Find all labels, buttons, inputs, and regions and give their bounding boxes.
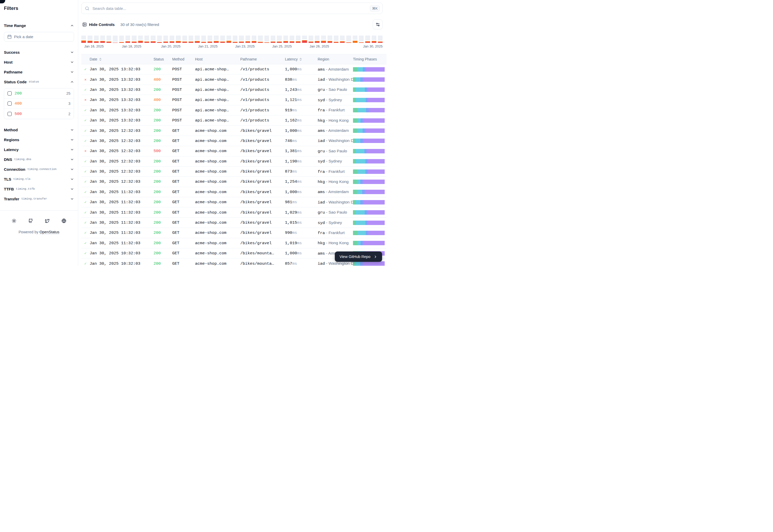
timeline-bar[interactable]	[346, 36, 351, 43]
timeline-bar[interactable]	[258, 36, 263, 43]
table-row[interactable]: ✓ Jan 30, 2025 12:32:03 200 GET acme-sho…	[81, 126, 386, 136]
timeline-bar[interactable]	[372, 36, 376, 43]
timeline-bar[interactable]	[252, 36, 256, 43]
sidebar-section-latency[interactable]: Latency	[4, 145, 74, 154]
table-row[interactable]: ✓ Jan 30, 2025 11:32:03 200 GET acme-sho…	[81, 187, 386, 197]
timeline-bar[interactable]	[157, 36, 162, 43]
sidebar-section-regions[interactable]: Regions	[4, 135, 74, 145]
table-row[interactable]: ✓ Jan 30, 2025 13:32:03 200 POST api.acm…	[81, 85, 386, 95]
cell-method: POST	[172, 87, 195, 92]
table-row[interactable]: ✕ Jan 30, 2025 12:32:03 500 GET acme-sho…	[81, 146, 386, 156]
timeline-bar[interactable]	[302, 36, 307, 43]
timeline-bar[interactable]	[87, 36, 92, 43]
timeline-bar[interactable]	[365, 36, 370, 43]
timeline-bar[interactable]	[321, 36, 326, 43]
timeline-bar[interactable]	[246, 36, 250, 43]
timeline-bars[interactable]	[81, 36, 383, 43]
search-input[interactable]	[92, 6, 367, 11]
sidebar-section-host[interactable]: Host	[4, 57, 74, 67]
status-filter-option-500[interactable]: 500 2	[4, 109, 74, 119]
timeline-bar[interactable]	[378, 36, 383, 43]
timeline-bar[interactable]	[271, 36, 275, 43]
timeline-bar[interactable]	[359, 36, 364, 43]
globe-icon[interactable]	[62, 219, 66, 223]
view-github-repo-button[interactable]: View GitHub Repo	[335, 251, 382, 262]
timeline-bar[interactable]	[106, 36, 111, 43]
timeline-bar[interactable]	[163, 36, 168, 43]
sidebar-section-pathname[interactable]: Pathname	[4, 67, 74, 77]
openstatus-link[interactable]: OpenStatus	[39, 230, 59, 234]
timeline-bar[interactable]	[125, 36, 130, 43]
timeline-bar[interactable]	[201, 36, 206, 43]
sidebar-section-success[interactable]: Success	[4, 47, 74, 57]
timeline-bar[interactable]	[208, 36, 212, 43]
date-picker-button[interactable]: Pick a date	[4, 32, 74, 42]
sidebar-section-status-code[interactable]: Status Code status	[4, 77, 74, 87]
timeline-bar[interactable]	[195, 36, 200, 43]
timeline-bar[interactable]	[309, 36, 313, 43]
table-row[interactable]: ✓ Jan 30, 2025 13:32:03 200 POST api.acm…	[81, 64, 386, 74]
table-row[interactable]: ✓ Jan 30, 2025 11:32:03 200 GET acme-sho…	[81, 218, 386, 228]
timeline-bar[interactable]	[138, 36, 143, 43]
timeline-bar[interactable]	[283, 36, 288, 43]
timeline-bar[interactable]	[214, 36, 219, 43]
table-row[interactable]: ✓ Jan 30, 2025 13:32:03 200 POST api.acm…	[81, 105, 386, 115]
table-row[interactable]: ✓ Jan 30, 2025 13:32:03 200 POST api.acm…	[81, 115, 386, 126]
checkbox[interactable]	[8, 91, 12, 96]
table-row[interactable]: ✓ Jan 30, 2025 12:32:03 200 GET acme-sho…	[81, 136, 386, 146]
table-row[interactable]: ✓ Jan 30, 2025 12:32:03 200 GET acme-sho…	[81, 167, 386, 177]
timeline-bar[interactable]	[182, 36, 187, 43]
timeline-bar[interactable]	[233, 36, 238, 43]
sidebar-section-method[interactable]: Method	[4, 125, 74, 135]
table-row[interactable]: ✓ Jan 30, 2025 11:32:03 200 GET acme-sho…	[81, 228, 386, 238]
table-row[interactable]: ✓ Jan 30, 2025 12:32:03 200 GET acme-sho…	[81, 177, 386, 187]
table-row[interactable]: ✓ Jan 30, 2025 12:32:03 200 GET acme-sho…	[81, 156, 386, 167]
checkbox[interactable]	[8, 112, 12, 116]
timeline-bar[interactable]	[328, 36, 332, 43]
theme-toggle-sun-icon[interactable]	[12, 219, 16, 223]
timeline-bar[interactable]	[334, 36, 338, 43]
timeline-bar[interactable]	[290, 36, 294, 43]
cell-status: 200	[153, 261, 172, 266]
table-row[interactable]: ✕ Jan 30, 2025 13:32:03 400 POST api.acm…	[81, 95, 386, 105]
timeline-bar[interactable]	[239, 36, 244, 43]
timeline-bar[interactable]	[176, 36, 180, 43]
sidebar-section-connection[interactable]: Connection timing.connection	[4, 164, 74, 174]
timeline-bar[interactable]	[94, 36, 99, 43]
timeline-bar[interactable]	[315, 36, 320, 43]
twitter-icon[interactable]	[45, 219, 50, 223]
timeline-bar[interactable]	[265, 36, 269, 43]
timeline-bar[interactable]	[113, 36, 117, 43]
timeline-bar[interactable]	[296, 36, 301, 43]
timeline-bar[interactable]	[188, 36, 193, 43]
timeline-bar[interactable]	[353, 36, 357, 43]
timeline-bar[interactable]	[132, 36, 136, 43]
column-header-latency[interactable]: Latency	[285, 57, 318, 61]
sidebar-section-transfer[interactable]: Transfer timing.transfer	[4, 194, 74, 204]
github-icon[interactable]	[28, 219, 33, 223]
table-row[interactable]: ✓ Jan 30, 2025 11:32:03 200 GET acme-sho…	[81, 197, 386, 207]
timeline-bar[interactable]	[220, 36, 225, 43]
sidebar-section-ttfb[interactable]: TTFB timing.ttfb	[4, 184, 74, 194]
table-row[interactable]: ✓ Jan 30, 2025 11:32:03 200 GET acme-sho…	[81, 207, 386, 217]
timeline-bar[interactable]	[151, 36, 155, 43]
column-header-date[interactable]: Date	[90, 57, 153, 61]
view-options-button[interactable]	[373, 19, 383, 29]
sidebar-section-time-range[interactable]: Time Range	[4, 21, 74, 30]
timeline-bar[interactable]	[277, 36, 282, 43]
checkbox[interactable]	[8, 101, 12, 106]
timeline-bar[interactable]	[81, 36, 86, 43]
table-row[interactable]: ✓ Jan 30, 2025 11:32:03 200 GET acme-sho…	[81, 238, 386, 248]
timeline-bar[interactable]	[119, 36, 124, 43]
status-filter-option-400[interactable]: 400 3	[4, 99, 74, 109]
timeline-bar[interactable]	[227, 36, 231, 43]
sidebar-section-tls[interactable]: TLS timing.tls	[4, 174, 74, 184]
timeline-bar[interactable]	[100, 36, 105, 43]
timeline-bar[interactable]	[340, 36, 345, 43]
timeline-bar[interactable]	[169, 36, 174, 43]
status-filter-option-200[interactable]: 200 25	[4, 88, 74, 99]
table-row[interactable]: ✕ Jan 30, 2025 13:32:03 400 POST api.acm…	[81, 74, 386, 85]
hide-controls-button[interactable]: Hide Controls	[81, 22, 115, 27]
sidebar-section-dns[interactable]: DNS timing.dns	[4, 154, 74, 164]
timeline-bar[interactable]	[144, 36, 149, 43]
